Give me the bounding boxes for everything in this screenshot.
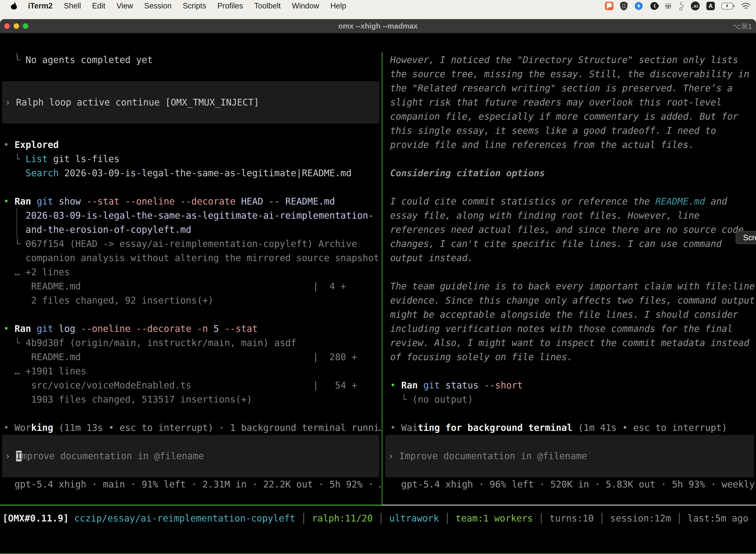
text-segment: └ <box>390 394 412 405</box>
menu-bar-left: iTerm2ShellEditViewSessionScriptsProfile… <box>0 1 605 10</box>
terminal-line: Search 2026-03-09-is-legal-the-same-as-l… <box>0 166 381 180</box>
dots-grid-icon[interactable] <box>666 3 671 9</box>
chat-icon[interactable] <box>605 2 613 10</box>
menu-item-edit[interactable]: Edit <box>92 1 105 10</box>
zoom-button[interactable] <box>23 23 28 29</box>
squiggle-icon[interactable] <box>678 1 684 11</box>
terminal-line: └ 067f154 (HEAD -> essay/ai-reimplementa… <box>0 237 381 251</box>
menu-item-help[interactable]: Help <box>330 1 346 10</box>
text-segment: ting for background terminal <box>418 423 572 433</box>
text-segment: evidence. Since this change only affects… <box>390 295 755 306</box>
text-segment: └ <box>3 55 25 65</box>
text-segment: --short <box>484 380 523 391</box>
prompt-input[interactable]: › Improve documentation in @filename <box>2 435 379 477</box>
text-segment: │ <box>373 513 389 524</box>
text-segment: • <box>3 140 15 150</box>
text-segment: gpt-5.4 xhigh · main · 91% left · 2.31M … <box>3 479 381 490</box>
text-segment: session:12m <box>610 513 671 524</box>
terminal-line: • Ran git show --stat --oneline --decora… <box>0 195 381 209</box>
blank-line <box>383 180 756 195</box>
text-segment: provide file and line references from th… <box>390 140 694 150</box>
text-segment: Search <box>25 168 59 178</box>
text-segment: git <box>37 323 59 334</box>
text-segment: 1903 files changed, 513517 insertions(+) <box>3 394 252 405</box>
text-segment: the "Related research writing" section i… <box>390 83 733 94</box>
minimize-button[interactable] <box>14 23 19 29</box>
text-segment: 2026-03-09-is-legal-the-same-as-legitima… <box>25 210 374 221</box>
menu-item-iterm2[interactable]: iTerm2 <box>28 1 53 10</box>
text-segment: 5 <box>213 323 225 334</box>
text-segment: --stat --oneline --decorate <box>86 196 241 207</box>
terminal-line: README.md | 4 + <box>0 279 381 293</box>
terminal-line: companion file, especially if more comme… <box>383 109 756 124</box>
text-segment: The team guideline is to back every impo… <box>390 281 755 292</box>
text-segment: -n <box>197 323 213 334</box>
text-segment: might be acceptable alongside the file l… <box>390 309 738 320</box>
text-segment: README.md <box>285 196 335 207</box>
menu-items: iTerm2ShellEditViewSessionScriptsProfile… <box>28 1 346 10</box>
tree-guide <box>17 52 17 58</box>
input-source-icon[interactable]: A <box>706 2 715 10</box>
prompt-input[interactable]: › Improve documentation in @filename <box>385 435 754 477</box>
terminal-line: └ List git ls-files <box>0 152 381 166</box>
terminal-line: I could cite commit statistics or refere… <box>383 195 756 209</box>
pane-divider[interactable] <box>382 52 382 505</box>
text-segment: including verification notes with those … <box>390 323 733 334</box>
text-segment: • <box>390 423 401 433</box>
screen-overlay-badge[interactable]: Scre <box>736 231 756 244</box>
text-segment: … +2 lines <box>3 267 70 277</box>
terminal-line: • Ran git log --oneline --decorate -n 5 … <box>0 322 381 336</box>
prompt-input-text: Ralph loop active continue [OMX_TMUX_INJ… <box>16 97 259 108</box>
text-segment: Explored <box>15 140 59 150</box>
shield-icon[interactable] <box>620 2 628 10</box>
battery-icon[interactable] <box>721 3 735 9</box>
text-segment: • <box>390 380 401 391</box>
terminal-line: companion analysis without altering the … <box>0 251 381 265</box>
terminal-line: 2026-03-09-is-legal-the-same-as-legitima… <box>0 209 381 223</box>
blank-line <box>0 67 381 81</box>
terminal-line: provide file and line references from th… <box>383 138 756 152</box>
text-segment: references need actual files, and since … <box>390 224 744 235</box>
terminal-line: evidence. Since this change only affects… <box>383 293 756 308</box>
blank-line <box>383 265 756 279</box>
text-segment: and-the-erosion-of-copyleft.md <box>25 224 191 235</box>
terminal-line: README.md | 280 + <box>0 350 381 364</box>
menu-item-view[interactable]: View <box>117 1 133 10</box>
blank-line <box>383 152 756 166</box>
apple-menu[interactable] <box>11 2 17 9</box>
terminal-line: gpt-5.4 xhigh · 96% left · 520K in · 5.8… <box>383 477 756 491</box>
prompt-chevron-icon: › <box>5 451 16 461</box>
crescent-icon[interactable] <box>650 1 659 10</box>
battery-percent-icon[interactable]: ..61 <box>691 1 700 10</box>
menu-item-session[interactable]: Session <box>144 1 171 10</box>
text-segment: Considering citation options <box>390 168 545 178</box>
text-segment: and <box>705 196 727 207</box>
menu-item-shell[interactable]: Shell <box>64 1 81 10</box>
text-segment: team:1 workers <box>456 513 533 524</box>
text-segment: Ran <box>401 380 423 391</box>
menu-bar-status: ..61 A <box>605 1 756 11</box>
bolt-badge-icon[interactable] <box>634 1 643 10</box>
text-segment <box>3 168 25 178</box>
text-segment: gpt-5.4 xhigh · 96% left · 520K in · 5.8… <box>390 479 756 490</box>
text-segment: Wor <box>15 423 31 433</box>
text-segment: I could cite commit statistics or refere… <box>390 196 655 207</box>
menu-item-scripts[interactable]: Scripts <box>183 1 206 10</box>
text-segment: [OMX#0.11.9] <box>2 513 69 524</box>
terminal-line: might be acceptable alongside the file l… <box>383 308 756 322</box>
menu-item-toolbelt[interactable]: Toolbelt <box>254 1 281 10</box>
left-terminal-pane[interactable]: └ No agents completed yet› Ralph loop ac… <box>0 52 381 505</box>
blank-line <box>0 124 381 138</box>
close-button[interactable] <box>4 23 10 29</box>
right-terminal-pane[interactable]: However, I noticed the "Directory Struct… <box>383 52 756 505</box>
text-segment: List <box>25 154 48 164</box>
text-segment: cczip/essay/ai-reimplementation-copyleft <box>74 513 296 524</box>
prompt-input[interactable]: › Ralph loop active continue [OMX_TMUX_I… <box>2 81 379 124</box>
menu-item-profiles[interactable]: Profiles <box>217 1 243 10</box>
prompt-input-text: mprove documentation in @filename <box>21 451 204 461</box>
wifi-icon[interactable] <box>741 2 751 10</box>
menu-item-window[interactable]: Window <box>292 1 319 10</box>
terminal-line: └ (no output) <box>383 392 756 406</box>
text-segment: the source tree, missing the essay. Stil… <box>390 69 749 79</box>
omx-status-line: [OMX#0.11.9] cczip/essay/ai-reimplementa… <box>0 511 756 525</box>
